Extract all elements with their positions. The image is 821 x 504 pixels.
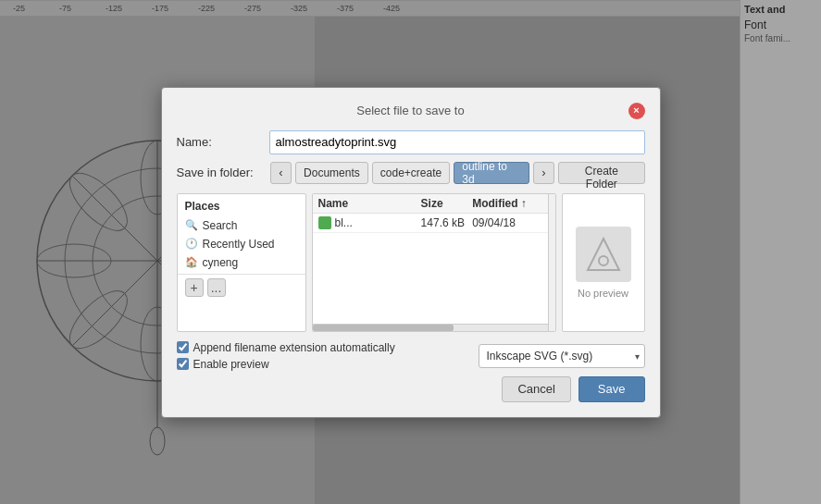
preview-panel: No preview [562, 193, 645, 332]
places-item-recently-used[interactable]: 🕐 Recently Used [178, 235, 305, 253]
create-folder-button[interactable]: Create Folder [558, 162, 644, 184]
file-name: bl... [335, 216, 353, 229]
format-dropdown[interactable]: Inkscape SVG (*.svg) Plain SVG (*.svg) P… [479, 344, 645, 368]
places-add-row: + ... [178, 274, 305, 301]
scrollbar-thumb [313, 325, 454, 331]
nav-back-button[interactable]: ‹ [270, 162, 292, 184]
cancel-button[interactable]: Cancel [502, 376, 570, 402]
options-row: Append filename extension automatically … [177, 341, 645, 371]
filename-input[interactable] [269, 130, 645, 154]
append-ext-checkbox[interactable] [177, 341, 189, 353]
breadcrumb-outline-to-3d[interactable]: outline to 3d [454, 162, 529, 184]
table-row[interactable]: bl... 147.6 kB 09/04/18 [313, 214, 555, 233]
name-row: Name: [177, 130, 645, 154]
horizontal-scrollbar[interactable] [313, 324, 548, 331]
modal-overlay: Select file to save to × Name: Save in f… [0, 0, 821, 504]
places-more-button[interactable]: ... [207, 278, 226, 297]
name-label: Name: [177, 135, 269, 149]
enable-preview-label: Enable preview [193, 358, 269, 371]
append-ext-row: Append filename extension automatically [177, 341, 395, 354]
browser-area: Places 🔍 Search 🕐 Recently Used 🏠 cyneng… [177, 193, 645, 332]
home-icon: 🏠 [185, 256, 198, 268]
search-icon: 🔍 [185, 219, 198, 231]
files-panel: Name Size Modified ↑ bl... 147.6 kB 09/0… [312, 193, 556, 332]
places-cyneng-label: cyneng [203, 256, 239, 269]
places-recently-used-label: Recently Used [203, 238, 275, 251]
dialog-titlebar: Select file to save to × [177, 103, 645, 119]
file-name-cell: bl... [318, 216, 421, 229]
places-panel: Places 🔍 Search 🕐 Recently Used 🏠 cyneng… [177, 193, 306, 332]
places-item-cyneng[interactable]: 🏠 cyneng [178, 253, 305, 272]
col-header-name: Name [318, 197, 421, 210]
files-header: Name Size Modified ↑ [313, 194, 555, 214]
places-add-button[interactable]: + [185, 278, 204, 297]
close-button[interactable]: × [628, 103, 645, 119]
col-header-modified: Modified ↑ [472, 197, 549, 210]
save-button[interactable]: Save [578, 376, 645, 402]
nav-forward-button[interactable]: › [533, 162, 554, 184]
enable-preview-row: Enable preview [177, 358, 395, 371]
file-icon [318, 216, 331, 229]
no-preview-label: No preview [578, 288, 628, 299]
preview-area [576, 227, 631, 282]
places-item-search[interactable]: 🔍 Search [178, 216, 305, 235]
format-dropdown-wrapper: Inkscape SVG (*.svg) Plain SVG (*.svg) P… [479, 344, 645, 368]
folder-row: Save in folder: ‹ Documents code+create … [177, 162, 645, 184]
file-modified-cell: 09/04/18 [472, 216, 549, 229]
buttons-row: Cancel Save [177, 376, 645, 402]
save-in-folder-label: Save in folder: [177, 166, 267, 179]
breadcrumb-code-create[interactable]: code+create [372, 162, 450, 184]
col-header-size: Size [421, 197, 473, 210]
file-size-cell: 147.6 kB [421, 216, 473, 229]
places-search-label: Search [203, 219, 238, 232]
vertical-scrollbar[interactable] [548, 194, 555, 331]
dialog-title: Select file to save to [193, 104, 628, 117]
places-header: Places [178, 198, 305, 216]
append-ext-label: Append filename extension automatically [193, 341, 395, 354]
save-dialog: Select file to save to × Name: Save in f… [161, 87, 661, 418]
breadcrumb-documents[interactable]: Documents [295, 162, 368, 184]
clock-icon: 🕐 [185, 238, 198, 250]
enable-preview-checkbox[interactable] [177, 358, 189, 370]
checkboxes-area: Append filename extension automatically … [177, 341, 395, 371]
